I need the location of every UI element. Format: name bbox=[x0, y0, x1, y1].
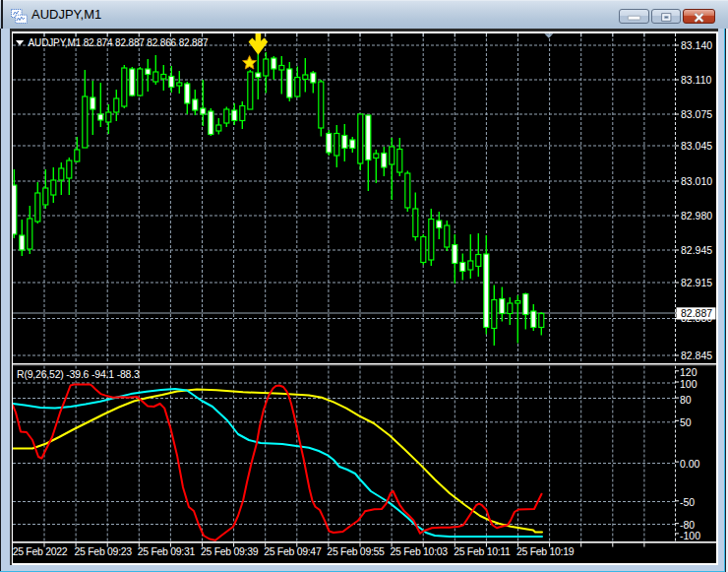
svg-text:25 Feb 09:47: 25 Feb 09:47 bbox=[264, 545, 322, 557]
svg-text:82.845: 82.845 bbox=[681, 350, 712, 361]
svg-text:82.945: 82.945 bbox=[681, 244, 712, 256]
svg-text:82.915: 82.915 bbox=[681, 277, 712, 288]
svg-text:25 Feb 09:55: 25 Feb 09:55 bbox=[327, 545, 385, 557]
svg-text:83.110: 83.110 bbox=[681, 74, 711, 86]
svg-text:83.010: 83.010 bbox=[681, 175, 712, 187]
svg-text:-50: -50 bbox=[680, 496, 695, 508]
svg-text:83.045: 83.045 bbox=[681, 140, 712, 152]
svg-text:25 Feb 10:19: 25 Feb 10:19 bbox=[516, 545, 575, 557]
svg-text:25 Feb 09:39: 25 Feb 09:39 bbox=[201, 545, 259, 557]
svg-text:25 Feb 10:11: 25 Feb 10:11 bbox=[454, 545, 511, 557]
svg-text:AUDJPY,M1 82.874 82.887 82.866: AUDJPY,M1 82.874 82.887 82.866 82.887 bbox=[29, 37, 209, 48]
svg-text:82.980: 82.980 bbox=[681, 210, 712, 222]
svg-text:100: 100 bbox=[680, 378, 698, 390]
svg-text:120: 120 bbox=[680, 366, 698, 378]
svg-text:80: 80 bbox=[680, 394, 692, 406]
svg-text:82.887: 82.887 bbox=[681, 307, 712, 319]
svg-text:25 Feb 09:31: 25 Feb 09:31 bbox=[138, 545, 196, 557]
svg-text:R(9,26,52) -39.6 -94.1 -88.3: R(9,26,52) -39.6 -94.1 -88.3 bbox=[17, 368, 140, 380]
svg-text:50: 50 bbox=[680, 416, 692, 428]
svg-text:25 Feb 10:03: 25 Feb 10:03 bbox=[391, 545, 449, 557]
svg-text:83.140: 83.140 bbox=[681, 39, 712, 51]
svg-text:-100: -100 bbox=[680, 530, 700, 541]
svg-text:83.075: 83.075 bbox=[681, 108, 712, 120]
svg-text:25 Feb 2022: 25 Feb 2022 bbox=[13, 545, 68, 557]
svg-text:25 Feb 09:23: 25 Feb 09:23 bbox=[75, 545, 133, 557]
svg-text:0.00: 0.00 bbox=[680, 458, 700, 470]
